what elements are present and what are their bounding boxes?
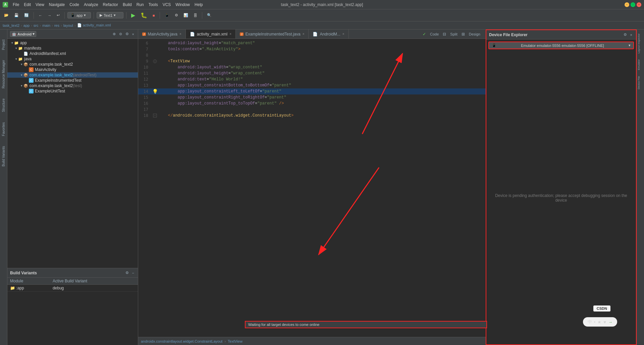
maximize-button[interactable]: □ (631, 2, 635, 7)
tab-close-androidm[interactable]: × (342, 32, 344, 36)
config-selector[interactable]: ▶ Text1 ▾ (97, 12, 123, 18)
build-settings-button[interactable]: ⚙ (124, 270, 130, 275)
debug-button[interactable]: 🐛 (139, 11, 149, 19)
menu-edit[interactable]: Edit (22, 2, 33, 8)
sidebar-icon-emulator[interactable]: Emulator (637, 57, 644, 73)
test-icon: C (29, 78, 34, 83)
device-close-button[interactable]: × (629, 32, 633, 37)
line-num-17: 17 (138, 107, 152, 112)
breadcrumb-item-xml[interactable]: 📄 activity_main.xml (77, 23, 111, 27)
editor-container: J MainActivity.java × 📄 activity_main.xm… (138, 29, 486, 345)
breadcrumb-item-layout[interactable]: layout (63, 23, 73, 27)
tree-toggle-manifests[interactable]: ▾ (14, 46, 18, 50)
tab-androidm[interactable]: 📄 AndroidM... × (309, 29, 348, 39)
open-button[interactable]: 📂 (2, 12, 11, 18)
sidebar-icon-buildvariants[interactable]: Build Variants (2, 146, 5, 166)
build-variants-actions: ⚙ − (124, 270, 135, 275)
sidebar-icon-structure[interactable]: Structure (2, 98, 5, 112)
build-collapse-button[interactable]: − (131, 270, 135, 275)
tree-item-java[interactable]: ▾ 📁 java (7, 56, 138, 62)
sdk-button[interactable]: ⚙ (173, 12, 180, 18)
tab-close-mainactivity[interactable]: × (179, 32, 181, 36)
code-line-8: 8 (138, 52, 486, 58)
menu-refactor[interactable]: Refactor (101, 2, 120, 8)
device-settings-button[interactable]: ⚙ (623, 32, 628, 37)
app-selector[interactable]: 📱 app ▾ (67, 12, 91, 18)
android-selector[interactable]: 🤖 Android ▾ (10, 31, 36, 37)
tree-item-package-test[interactable]: ▾ 📦 com.example.task_text2 (test) (7, 83, 138, 88)
tree-item-exampleunittest[interactable]: ▷ C ExampleUnitTest (7, 88, 138, 94)
sync-button[interactable]: ⊜ (118, 31, 123, 37)
sidebar-icon-device-file[interactable]: Device File (637, 73, 644, 92)
back-button[interactable]: ← (37, 13, 44, 18)
build-row-app[interactable]: 📁 :app debug (7, 285, 138, 292)
tree-item-mainactivity[interactable]: ▷ C MainActivity (7, 67, 138, 72)
forward-button[interactable]: → (46, 13, 53, 18)
editor-view-modes: ✓ Code ⊟ Split ⊞ Design (423, 31, 486, 37)
breadcrumb-item-project[interactable]: task_text2 (3, 23, 19, 27)
menu-build[interactable]: Build (121, 2, 134, 8)
tree-item-manifests[interactable]: ▾ 📁 manifests (7, 46, 138, 51)
tree-item-package-main[interactable]: ▾ 📦 com.example.task_text2 (7, 62, 138, 67)
sidebar-icon-project[interactable]: Project (2, 40, 5, 50)
menu-vcs[interactable]: VCS (161, 2, 173, 8)
view-mode-design[interactable]: Design (466, 31, 483, 37)
view-mode-code[interactable]: Code (427, 31, 441, 37)
avd-button[interactable]: 📱 (163, 12, 171, 18)
folder-icon: 📁 (18, 46, 23, 51)
sync-button[interactable]: 🔄 (22, 12, 31, 18)
tree-toggle-app[interactable]: ▾ (10, 41, 14, 45)
breadcrumb-item-res[interactable]: res (54, 23, 59, 27)
view-mode-split[interactable]: Split (447, 31, 460, 37)
menu-window[interactable]: Window (173, 2, 192, 8)
search-everywhere-button[interactable]: 🔍 (205, 12, 214, 18)
menu-file[interactable]: File (11, 2, 21, 8)
close-panel-button[interactable]: × (131, 31, 135, 37)
tab-mainactivity[interactable]: J MainActivity.java × (138, 29, 186, 39)
breadcrumb-item-src[interactable]: src (34, 23, 39, 27)
tab-activity-main[interactable]: 📄 activity_main.xml × (186, 29, 236, 39)
editor-breadcrumb-textview[interactable]: TextView (228, 339, 243, 343)
tree-item-exampleinstrumentedtest[interactable]: ▷ C ExampleInstrumentedTest (7, 78, 138, 83)
menu-view[interactable]: View (34, 2, 46, 8)
menu-navigate[interactable]: Navigate (47, 2, 67, 8)
undo-button[interactable]: ↩ (55, 12, 62, 18)
menu-code[interactable]: Code (67, 2, 81, 8)
device-selector[interactable]: 📱 Emulator emulator-5556 emulator-5556 [… (488, 42, 634, 49)
add-module-button[interactable]: ⊕ (112, 31, 117, 37)
tree-toggle-package[interactable]: ▾ (19, 62, 23, 66)
db-button[interactable]: 🗄 (192, 13, 199, 18)
tab-close-activity-main[interactable]: × (229, 32, 231, 36)
sidebar-icon-layout-inspector[interactable]: Layout Inspector (637, 31, 644, 56)
breadcrumb-item-app[interactable]: app (23, 23, 30, 27)
minimize-button[interactable]: − (625, 2, 629, 7)
stop-button[interactable]: ■ (151, 13, 157, 18)
save-button[interactable]: 💾 (12, 12, 21, 18)
editor-breadcrumb-constraint[interactable]: androidx.constraintlayout.widget.Constra… (141, 339, 222, 343)
profiler-button[interactable]: 📊 (181, 12, 190, 18)
manifest-icon: 📄 (23, 51, 28, 56)
menu-run[interactable]: Run (135, 2, 146, 8)
package-androidtest-icon: 📦 (23, 73, 28, 77)
menu-analyze[interactable]: Analyze (82, 2, 100, 8)
sidebar-icon-resource[interactable]: Resource Manager (2, 60, 5, 88)
breadcrumb-item-main[interactable]: main (42, 23, 50, 27)
tree-item-app[interactable]: ▾ 📁 app (7, 40, 138, 46)
sidebar-icon-favorites[interactable]: Favorites (2, 122, 5, 136)
tree-toggle-package-androidtest[interactable]: ▾ (19, 73, 23, 77)
line-content-10: android:layout_width="wrap_content" (158, 65, 262, 70)
waiting-status-bar: Waiting for all target devices to come o… (245, 321, 487, 328)
tree-toggle-java[interactable]: ▾ (14, 57, 18, 61)
line-gutter-9 (152, 59, 158, 63)
settings-button[interactable]: ⚙ (124, 31, 130, 37)
tab-close-exampleinstrumentedtest[interactable]: × (303, 32, 305, 36)
menu-help[interactable]: Help (193, 2, 205, 8)
tree-item-androidmanifest[interactable]: ▷ 📄 AndroidManifest.xml (7, 51, 138, 56)
tab-exampleinstrumentedtest[interactable]: J ExampleInstrumentedTest.java × (236, 29, 309, 39)
close-button[interactable]: × (637, 2, 641, 7)
code-editor[interactable]: 6 android:layout_height="match_parent" 7… (138, 39, 486, 337)
tree-toggle-package-test[interactable]: ▾ (19, 84, 23, 88)
run-button[interactable]: ▶ (129, 11, 137, 19)
menu-tools[interactable]: Tools (147, 2, 160, 8)
tree-item-package-androidtest[interactable]: ▾ 📦 com.example.task_text2 (androidTest) (7, 72, 138, 78)
